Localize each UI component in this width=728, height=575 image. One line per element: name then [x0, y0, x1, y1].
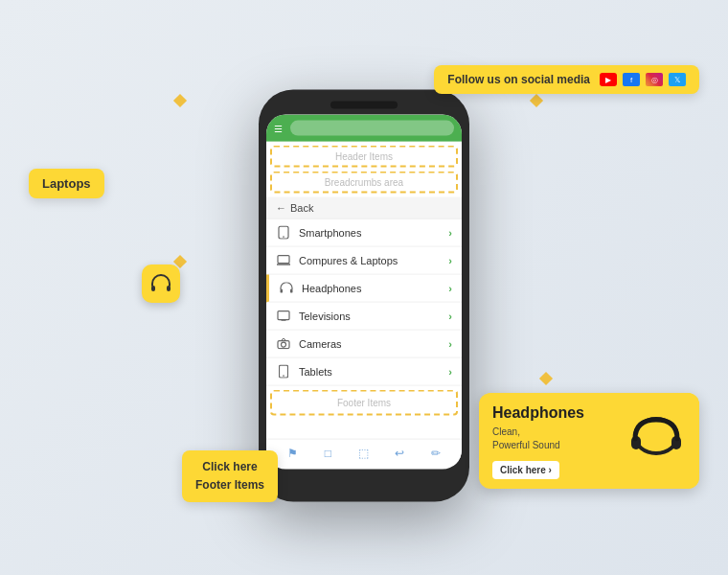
- televisions-label: Televisions: [299, 310, 448, 322]
- svg-rect-0: [151, 286, 155, 291]
- footer-items-label: Footer Items: [337, 398, 391, 408]
- youtube-icon[interactable]: ▶: [600, 73, 617, 86]
- laptops-tooltip[interactable]: Laptops: [29, 169, 104, 198]
- smartphones-icon: [276, 226, 291, 240]
- nav-folder-icon[interactable]: □: [325, 446, 331, 459]
- nav-delete-icon[interactable]: ⬚: [358, 446, 369, 459]
- headphones-menu-label: Headphones: [302, 283, 448, 294]
- svg-rect-8: [278, 311, 289, 320]
- menu-item-cameras[interactable]: Cameras ›: [266, 331, 462, 358]
- televisions-icon: [276, 310, 291, 323]
- svg-point-3: [283, 236, 284, 238]
- headphones-promo-card[interactable]: Headphones Clean,Powerful Sound Click he…: [479, 393, 699, 489]
- nav-edit-icon[interactable]: ✏: [431, 446, 441, 459]
- headphones-card-title: Headphones: [492, 404, 600, 422]
- nav-flag-icon[interactable]: ⚑: [287, 446, 298, 459]
- cameras-label: Cameras: [299, 338, 448, 350]
- tablets-chevron: ›: [448, 366, 452, 378]
- footer-click-line1: Click here: [195, 458, 264, 476]
- svg-point-13: [283, 375, 284, 377]
- laptops-label: Laptops: [42, 176, 91, 191]
- menu-item-headphones[interactable]: Headphones ›: [266, 275, 462, 303]
- cameras-chevron: ›: [448, 338, 452, 350]
- footer-click-tooltip[interactable]: Click here Footer Items: [182, 450, 278, 502]
- headphones-card-content: Headphones Clean,Powerful Sound Click he…: [479, 393, 613, 489]
- breadcrumbs-label: Breadcrumbs area: [325, 177, 403, 188]
- nav-undo-icon[interactable]: ↩: [395, 446, 404, 459]
- headphones-menu-icon: [279, 282, 294, 295]
- headphones-card-image: [613, 393, 699, 489]
- svg-rect-4: [278, 256, 289, 264]
- back-label: Back: [290, 202, 313, 214]
- menu-item-televisions[interactable]: Televisions ›: [266, 303, 462, 331]
- menu-item-tablets[interactable]: Tablets ›: [266, 358, 462, 386]
- footer-items-area: Footer Items: [270, 390, 458, 416]
- twitter-icon[interactable]: 𝕏: [669, 73, 686, 86]
- headphones-badge: [142, 264, 180, 303]
- laptops-menu-label: Compures & Laptops: [299, 255, 448, 266]
- instagram-icon[interactable]: ◎: [646, 73, 663, 86]
- social-tooltip-text: Follow us on social media: [447, 73, 590, 86]
- svg-rect-1: [167, 286, 171, 291]
- social-media-tooltip[interactable]: Follow us on social media ▶ f ◎ 𝕏: [434, 65, 699, 94]
- tablets-icon: [276, 365, 291, 379]
- headphones-image-icon: [618, 402, 694, 479]
- laptops-icon: [276, 254, 291, 267]
- breadcrumbs-area: Breadcrumbs area: [270, 172, 458, 194]
- hamburger-icon[interactable]: ☰: [274, 123, 283, 133]
- headphones-badge-icon: [149, 272, 172, 295]
- facebook-icon[interactable]: f: [623, 73, 640, 86]
- headphones-chevron: ›: [448, 283, 452, 294]
- social-icons-group: ▶ f ◎ 𝕏: [600, 73, 686, 86]
- svg-rect-7: [290, 289, 293, 293]
- svg-point-11: [282, 342, 286, 347]
- smartphones-chevron: ›: [448, 227, 452, 239]
- headphones-click-here-button[interactable]: Click here ›: [492, 461, 559, 479]
- tablets-label: Tablets: [299, 366, 448, 378]
- footer-click-line2: Footer Items: [195, 476, 264, 494]
- svg-rect-6: [281, 289, 284, 293]
- header-items-area: Header Items: [270, 146, 458, 168]
- headphones-card-subtitle: Clean,Powerful Sound: [492, 426, 600, 452]
- phone-notch: [330, 102, 398, 109]
- phone-bottom-nav: ⚑ □ ⬚ ↩ ✏: [266, 439, 462, 466]
- cameras-icon: [276, 337, 291, 351]
- menu-item-laptops[interactable]: Compures & Laptops ›: [266, 247, 462, 275]
- search-bar[interactable]: [290, 121, 454, 136]
- smartphones-label: Smartphones: [299, 227, 448, 239]
- phone-screen: ☰ Header Items Breadcrumbs area ← Back S…: [266, 115, 462, 470]
- header-items-label: Header Items: [335, 151, 393, 162]
- laptops-chevron: ›: [448, 255, 452, 266]
- televisions-chevron: ›: [448, 310, 452, 322]
- back-bar[interactable]: ← Back: [266, 197, 462, 219]
- phone-topbar: ☰: [266, 115, 462, 142]
- phone-device: ☰ Header Items Breadcrumbs area ← Back S…: [259, 90, 469, 502]
- menu-item-smartphones[interactable]: Smartphones ›: [266, 219, 462, 247]
- back-arrow-icon: ←: [276, 202, 286, 214]
